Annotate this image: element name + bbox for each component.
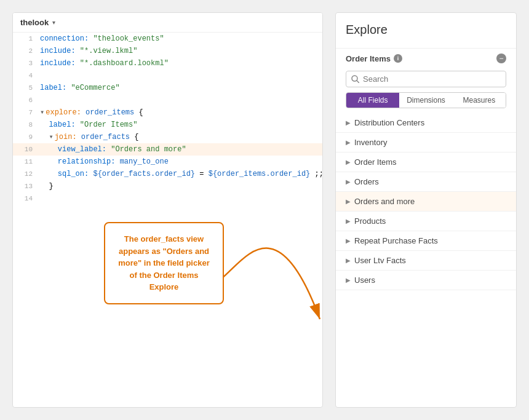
explore-header: Explore [336, 13, 516, 49]
annotation-box: The order_facts view appears as "Orders … [104, 222, 224, 304]
search-bar [346, 71, 506, 87]
field-item-products[interactable]: ▶ Products [336, 212, 516, 231]
field-label: Order Items [354, 157, 397, 167]
annotation-text: The order_facts view appears as "Orders … [118, 234, 209, 291]
code-line-11: 11 relationship: many_to_one [13, 156, 322, 168]
field-label: Products [354, 216, 386, 226]
tab-all-fields[interactable]: All Fields [346, 93, 399, 108]
field-label: Users [354, 275, 375, 285]
svg-line-2 [357, 81, 359, 83]
code-line-2: 2 include: "*.view.lkml" [13, 45, 322, 57]
field-item-users[interactable]: ▶ Users [336, 271, 516, 290]
chevron-right-icon: ▶ [346, 277, 351, 283]
field-item-distribution-centers[interactable]: ▶ Distribution Centers [336, 113, 516, 133]
collapse-section-button[interactable] [496, 53, 506, 63]
code-line-3: 3 include: "*.dashboard.lookml" [13, 57, 322, 69]
search-input[interactable] [363, 74, 501, 84]
code-line-10: 10 view_label: "Orders and more" [13, 143, 322, 156]
field-item-orders-and-more[interactable]: ▶ Orders and more [336, 192, 516, 212]
main-container: thelook ▾ 1 connection: "thelook_events"… [0, 0, 529, 420]
tab-dimensions[interactable]: Dimensions [399, 93, 452, 108]
dropdown-arrow-icon[interactable]: ▾ [52, 19, 55, 26]
code-line-5: 5 label: "eCommerce" [13, 82, 322, 94]
field-item-inventory[interactable]: ▶ Inventory [336, 133, 516, 153]
explore-panel: Explore Order Items i All Fields Dimensi… [335, 12, 517, 408]
code-line-4: 4 [13, 69, 322, 82]
code-line-8: 8 label: "Order Items" [13, 119, 322, 131]
field-item-order-items[interactable]: ▶ Order Items [336, 153, 516, 172]
chevron-right-icon: ▶ [346, 257, 351, 264]
code-line-7: 7 ▾explore: order_items { [13, 106, 322, 119]
code-header: thelook ▾ [13, 13, 322, 33]
field-label: Inventory [354, 138, 387, 147]
field-tab-group: All Fields Dimensions Measures [346, 92, 506, 108]
code-line-9: 9 ▾join: order_facts { [13, 131, 322, 143]
chevron-right-icon: ▶ [346, 178, 351, 185]
explore-title: Explore [346, 23, 506, 37]
explore-section-title: Order Items i [346, 54, 402, 63]
field-label: Distribution Centers [354, 118, 424, 127]
code-line-13: 13 } [13, 180, 322, 192]
code-line-12: 12 sql_on: ${order_facts.order_id} = ${o… [13, 168, 322, 180]
code-body: 1 connection: "thelook_events" 2 include… [13, 33, 322, 205]
field-label: Orders [354, 177, 379, 186]
field-item-orders[interactable]: ▶ Orders [336, 172, 516, 192]
chevron-right-icon: ▶ [346, 159, 351, 165]
field-list: ▶ Distribution Centers ▶ Inventory ▶ Ord… [336, 113, 516, 407]
search-icon [351, 75, 359, 83]
code-line-6: 6 [13, 94, 322, 106]
chevron-right-icon: ▶ [346, 139, 351, 146]
chevron-right-icon: ▶ [346, 198, 351, 205]
code-panel: thelook ▾ 1 connection: "thelook_events"… [12, 12, 323, 408]
tab-measures[interactable]: Measures [453, 93, 506, 108]
field-label: Orders and more [354, 197, 415, 206]
field-item-repeat-purchase-facts[interactable]: ▶ Repeat Purchase Facts [336, 231, 516, 251]
info-icon: i [394, 54, 402, 63]
field-item-user-ltv-facts[interactable]: ▶ User Ltv Facts [336, 251, 516, 271]
field-label: Repeat Purchase Facts [354, 236, 438, 245]
chevron-right-icon: ▶ [346, 119, 351, 126]
project-title: thelook [20, 18, 49, 27]
chevron-right-icon: ▶ [346, 218, 351, 224]
code-line-1: 1 connection: "thelook_events" [13, 33, 322, 45]
explore-section-header: Order Items i [336, 49, 516, 68]
chevron-right-icon: ▶ [346, 237, 351, 244]
code-line-14: 14 [13, 192, 322, 205]
field-label: User Ltv Facts [354, 256, 406, 265]
